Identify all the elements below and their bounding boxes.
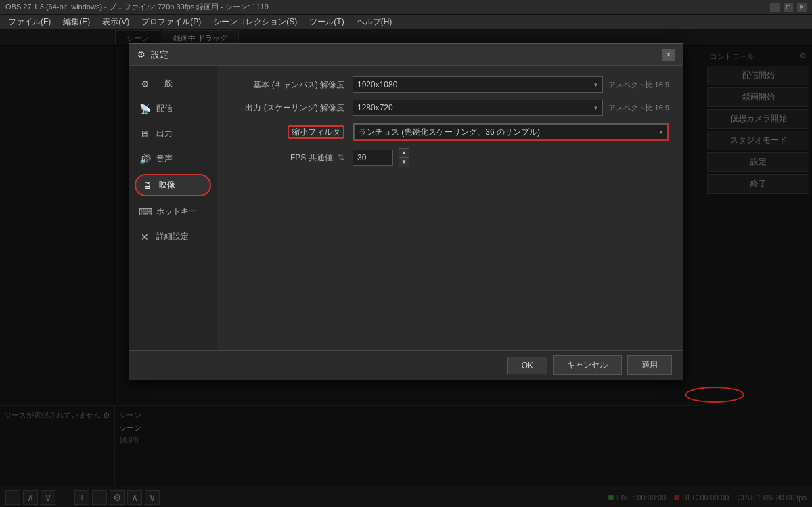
- nav-video[interactable]: 🖥 映像: [135, 174, 211, 196]
- nav-audio-label: 音声: [156, 153, 173, 164]
- title-bar-buttons: − □ ×: [770, 3, 807, 12]
- menu-help[interactable]: ヘルプ(H): [351, 15, 398, 29]
- nav-output-label: 出力: [156, 128, 173, 139]
- menu-profile[interactable]: プロファイル(P): [136, 15, 206, 29]
- nav-advanced[interactable]: ✕ 詳細設定: [129, 224, 217, 249]
- fps-input[interactable]: [353, 150, 393, 166]
- canvas-resolution-select[interactable]: 1920x1080: [353, 76, 603, 93]
- nav-audio-icon: 🔊: [139, 154, 151, 164]
- nav-video-label: 映像: [159, 179, 175, 191]
- fps-row: FPS 共通値 ⇅ ▲ ▼: [231, 148, 669, 167]
- nav-stream-label: 配信: [156, 103, 173, 114]
- nav-advanced-icon: ✕: [139, 232, 151, 242]
- menu-view[interactable]: 表示(V): [97, 15, 135, 29]
- nav-general-icon: ⚙: [139, 79, 151, 89]
- canvas-resolution-row: 基本 (キャンバス) 解像度 1920x1080 アスペクト比 16:9: [231, 76, 669, 93]
- menu-file[interactable]: ファイル(F): [3, 15, 56, 29]
- dialog-body: ⚙ 一般 📡 配信 🖥 出力 🔊 音声 🖥 映像: [129, 66, 683, 350]
- nav-output[interactable]: 🖥 出力: [129, 121, 217, 146]
- dialog-close-button[interactable]: ×: [662, 49, 675, 61]
- settings-dialog: ⚙ 設定 × ⚙ 一般 📡 配信 🖥 出力: [129, 43, 683, 380]
- maximize-button[interactable]: □: [784, 3, 793, 12]
- nav-audio[interactable]: 🔊 音声: [129, 146, 217, 171]
- canvas-resolution-label: 基本 (キャンバス) 解像度: [231, 79, 353, 91]
- fps-label: FPS 共通値 ⇅: [231, 152, 353, 164]
- downscale-filter-select[interactable]: ランチョス (先鋭化スケーリング、36 のサンプル): [354, 124, 668, 140]
- nav-hotkeys-icon: ⌨: [139, 206, 151, 217]
- output-resolution-label: 出力 (スケーリング) 解像度: [231, 102, 353, 114]
- output-aspect-label: アスペクト比 16:9: [608, 103, 669, 113]
- nav-general[interactable]: ⚙ 一般: [129, 71, 217, 96]
- nav-hotkeys[interactable]: ⌨ ホットキー: [129, 199, 217, 224]
- fps-up-button[interactable]: ▲: [399, 148, 409, 158]
- ok-button[interactable]: OK: [508, 357, 547, 374]
- dialog-title-icon: ⚙: [137, 49, 145, 60]
- nav-output-icon: 🖥: [139, 129, 151, 139]
- nav-video-icon: 🖥: [141, 180, 154, 191]
- settings-content: 基本 (キャンバス) 解像度 1920x1080 アスペクト比 16:9 出力 …: [217, 66, 683, 350]
- nav-hotkeys-label: ホットキー: [156, 206, 197, 217]
- canvas-resolution-control: 1920x1080 アスペクト比 16:9: [353, 76, 669, 93]
- modal-overlay: ⚙ 設定 × ⚙ 一般 📡 配信 🖥 出力: [0, 30, 812, 507]
- nav-general-label: 一般: [156, 78, 173, 89]
- downscale-filter-row: 縮小フィルタ ランチョス (先鋭化スケーリング、36 のサンプル): [231, 123, 669, 141]
- menu-bar: ファイル(F) 編集(E) 表示(V) プロファイル(P) シーンコレクション(…: [0, 15, 812, 30]
- nav-stream-icon: 📡: [139, 104, 151, 114]
- output-resolution-control: 1280x720 アスペクト比 16:9: [353, 100, 669, 116]
- fps-down-button[interactable]: ▼: [399, 158, 409, 167]
- menu-scene-collection[interactable]: シーンコレクション(S): [208, 15, 302, 29]
- title-bar: OBS 27.1.3 (64-bit, windows) - プロファイル: 7…: [0, 0, 812, 15]
- canvas-aspect-label: アスペクト比 16:9: [608, 80, 669, 90]
- cancel-button[interactable]: キャンセル: [553, 355, 622, 375]
- dialog-title: ⚙ 設定: [137, 49, 168, 61]
- fps-spinner: ▲ ▼: [399, 148, 409, 167]
- output-resolution-select[interactable]: 1280x720: [353, 100, 603, 116]
- downscale-filter-control: ランチョス (先鋭化スケーリング、36 のサンプル): [353, 123, 669, 141]
- menu-tools[interactable]: ツール(T): [304, 15, 349, 29]
- nav-stream[interactable]: 📡 配信: [129, 96, 217, 121]
- dialog-title-text: 設定: [151, 49, 168, 61]
- minimize-button[interactable]: −: [770, 3, 780, 12]
- dialog-titlebar: ⚙ 設定 ×: [129, 44, 683, 66]
- nav-advanced-label: 詳細設定: [156, 231, 189, 242]
- apply-button[interactable]: 適用: [627, 355, 672, 375]
- close-button[interactable]: ×: [797, 3, 807, 12]
- dialog-footer: OK キャンセル 適用: [129, 350, 683, 380]
- output-resolution-row: 出力 (スケーリング) 解像度 1280x720 アスペクト比 16:9: [231, 100, 669, 116]
- fps-control: ▲ ▼: [353, 148, 669, 167]
- menu-edit[interactable]: 編集(E): [58, 15, 95, 29]
- downscale-filter-label: 縮小フィルタ: [231, 127, 353, 138]
- settings-sidebar: ⚙ 一般 📡 配信 🖥 出力 🔊 音声 🖥 映像: [129, 66, 217, 350]
- title-bar-text: OBS 27.1.3 (64-bit, windows) - プロファイル: 7…: [5, 2, 269, 12]
